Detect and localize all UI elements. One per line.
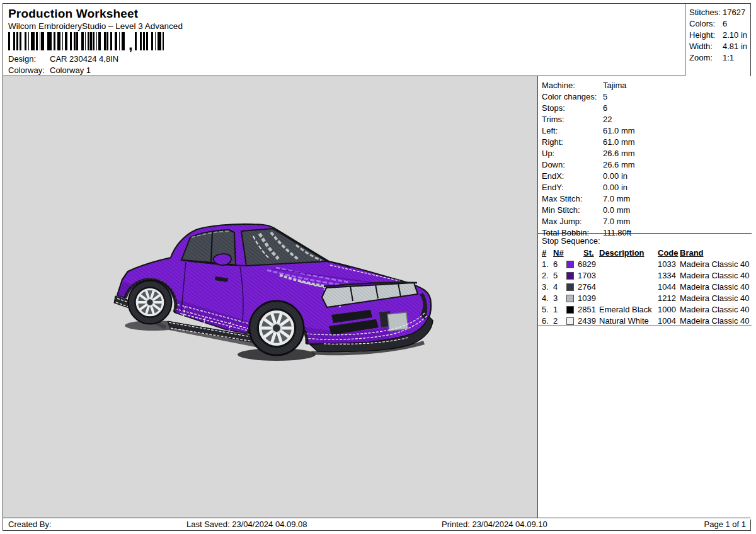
license-plate (387, 312, 408, 331)
stop-sequence-row: 6.22439Natural White1004Madeira Classic … (538, 315, 752, 327)
machine-value: Tajima (603, 81, 627, 90)
production-worksheet-page: Production Worksheet Wilcom EmbroiderySt… (3, 3, 751, 531)
barcode-group-2-icon (135, 32, 164, 50)
machine-row: Stops:6 (542, 103, 752, 114)
stop-sequence-row: 4.310391212Madeira Classic 40 (538, 293, 752, 304)
last-saved-label: Last Saved: 23/04/2024 04.09.08 (186, 519, 307, 530)
colors-value: 6 (723, 19, 727, 28)
stop-sequence-row: 1.668291033Madeira Classic 40 (538, 259, 752, 270)
thread-color-swatch (566, 261, 574, 268)
stop-sequence-row: 2.517031334Madeira Classic 40 (538, 270, 752, 281)
machine-row: Color changes:5 (542, 91, 752, 103)
thread-color-swatch (566, 317, 574, 325)
summary-row: Width:4.81 in (689, 41, 750, 52)
barcode-separator: , (127, 39, 135, 50)
summary-row: Colors:6 (689, 18, 750, 30)
machine-row: Max Stitch:7.0 mm (542, 193, 752, 205)
width-value: 4.81 in (723, 42, 747, 51)
design-value: CAR 230424 4,8IN (50, 54, 118, 64)
summary-row: Stitches:17627 (689, 7, 750, 18)
worksheet-footer: Created By: Last Saved: 23/04/2024 04.09… (3, 518, 750, 530)
machine-row: Up:26.6 mm (542, 148, 752, 159)
summary-row: Zoom:1:1 (689, 52, 750, 64)
stitches-value: 17627 (723, 8, 745, 17)
machine-row: EndX:0.00 in (542, 171, 752, 182)
stop-sequence-title: Stop Sequence: (542, 236, 600, 246)
thread-color-swatch (566, 272, 574, 280)
stop-sequence-header: # N# St. Description Code Brand (538, 247, 752, 259)
machine-row: Min Stitch:0.0 mm (542, 205, 752, 216)
front-wheel (249, 301, 304, 355)
printed-label: Printed: 23/04/2024 04.09.10 (442, 519, 547, 530)
software-subtitle: Wilcom EmbroideryStudio – Level 3 Advanc… (8, 21, 183, 31)
machine-info-section: Machine:Tajima Color changes:5 Stops:6 T… (538, 76, 752, 234)
height-value: 2.10 in (723, 30, 747, 40)
summary-row: Height:2.10 in (689, 30, 750, 41)
colorway-row: Colorway:Colorway 1 (8, 65, 91, 76)
machine-row: Left:61.0 mm (542, 125, 752, 137)
page-number: Page 1 of 1 (704, 519, 747, 530)
machine-row: Max Jump:7.0 mm (542, 216, 752, 227)
machine-row: Trims:22 (542, 114, 752, 125)
thread-color-swatch (566, 295, 574, 302)
stop-sequence-row: 3.427641044Madeira Classic 40 (538, 281, 752, 293)
stop-sequence-row: 5.12851Emerald Black1000Madeira Classic … (538, 304, 752, 315)
machine-row: EndY:0.00 in (542, 182, 752, 193)
rear-wheel (129, 281, 172, 324)
design-label: Design: (8, 54, 50, 64)
colorway-label: Colorway: (8, 65, 50, 76)
worksheet-header: Production Worksheet Wilcom EmbroiderySt… (3, 4, 750, 76)
side-mirror (214, 254, 231, 265)
machine-row: Down:26.6 mm (542, 159, 752, 171)
stitch-summary-box: Stitches:17627 Colors:6 Height:2.10 in W… (685, 4, 750, 76)
thread-color-swatch (566, 283, 574, 291)
design-barcode: , (8, 31, 164, 50)
design-row: Design:CAR 230424 4,8IN (8, 54, 118, 64)
page-title: Production Worksheet (8, 7, 138, 21)
car-windows (181, 229, 350, 268)
info-panel: Machine:Tajima Color changes:5 Stops:6 T… (538, 76, 752, 520)
stop-sequence-section: Stop Sequence: # N# St. Description Code… (538, 234, 752, 326)
barcode-group-1-icon (8, 32, 127, 50)
zoom-value: 1:1 (723, 53, 734, 62)
embroidery-car-design (110, 221, 437, 367)
colorway-value: Colorway 1 (50, 65, 91, 75)
created-by-label: Created By: (8, 519, 52, 530)
design-preview-canvas (3, 76, 538, 520)
machine-row: Machine:Tajima (542, 80, 752, 91)
thread-color-swatch (566, 306, 574, 314)
machine-row: Right:61.0 mm (542, 137, 752, 148)
